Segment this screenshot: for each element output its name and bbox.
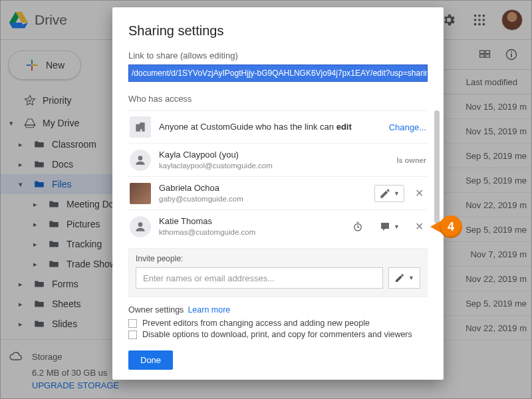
person-email: kaylaclaypool@customguide.com xyxy=(159,161,388,172)
step-callout: 4 xyxy=(430,215,462,238)
pencil-icon xyxy=(394,273,405,283)
who-label: Who has access xyxy=(112,94,444,108)
checkbox-label: Prevent editors from changing access and… xyxy=(142,319,370,328)
link-label: Link to share (allows editing) xyxy=(112,51,444,65)
role-dropdown[interactable]: ▼ xyxy=(374,218,404,235)
org-icon xyxy=(130,116,151,138)
change-link-access[interactable]: Change... xyxy=(389,122,426,132)
timer-icon[interactable] xyxy=(349,218,366,235)
svg-point-19 xyxy=(138,222,143,227)
person-icon xyxy=(130,150,151,171)
owner-settings-label: Owner settings xyxy=(128,305,184,315)
checkbox-disable-download[interactable] xyxy=(128,331,137,339)
person-email: kthomas@customguide.com xyxy=(159,227,341,238)
step-number: 4 xyxy=(440,215,462,238)
role-owner: Is owner xyxy=(396,156,426,164)
remove-person-button[interactable]: ✕ xyxy=(412,187,426,200)
invite-role-dropdown[interactable]: ▼ xyxy=(388,267,420,289)
invite-area: Invite people: Enter names or email addr… xyxy=(128,248,428,297)
person-icon xyxy=(130,216,151,237)
comment-icon xyxy=(379,221,391,233)
role-dropdown[interactable]: ▼ xyxy=(374,185,404,202)
share-link-input[interactable]: /document/d/1SYVoVzjAyIPogtHjjy-bG9QAHLN… xyxy=(128,65,428,82)
sharing-settings-dialog: Sharing settings Link to share (allows e… xyxy=(112,7,444,380)
invite-input[interactable]: Enter names or email addresses... xyxy=(136,267,383,289)
checkbox-prevent-editors[interactable] xyxy=(128,319,137,328)
owner-settings: Owner settingsLearn more Prevent editors… xyxy=(112,297,444,341)
anyone-text: Anyone at CustomGuide who has the link c… xyxy=(159,122,352,132)
learn-more-link[interactable]: Learn more xyxy=(188,305,230,315)
access-list: Anyone at CustomGuide who has the link c… xyxy=(128,110,428,243)
checkbox-label: Disable options to download, print, and … xyxy=(142,330,412,339)
invite-label: Invite people: xyxy=(136,254,420,263)
svg-point-18 xyxy=(138,156,143,160)
done-button[interactable]: Done xyxy=(128,350,173,370)
person-name: Gabriela Ochoa xyxy=(159,182,366,194)
person-name: Katie Thomas xyxy=(159,215,341,227)
access-scrollbar[interactable] xyxy=(434,110,440,223)
access-row-person: Gabriela Ochoa gaby@customguide.com ▼ ✕ xyxy=(128,176,428,209)
pencil-icon xyxy=(379,188,391,200)
access-row-link: Anyone at CustomGuide who has the link c… xyxy=(128,110,428,143)
person-email: gaby@customguide.com xyxy=(159,194,366,205)
person-photo xyxy=(130,183,151,204)
remove-person-button[interactable]: ✕ xyxy=(412,220,426,233)
access-row-owner: Kayla Claypool (you) kaylaclaypool@custo… xyxy=(128,143,428,176)
dialog-title: Sharing settings xyxy=(112,23,444,51)
person-name: Kayla Claypool (you) xyxy=(159,149,388,161)
access-row-person: Katie Thomas kthomas@customguide.com ▼ ✕ xyxy=(128,209,428,243)
